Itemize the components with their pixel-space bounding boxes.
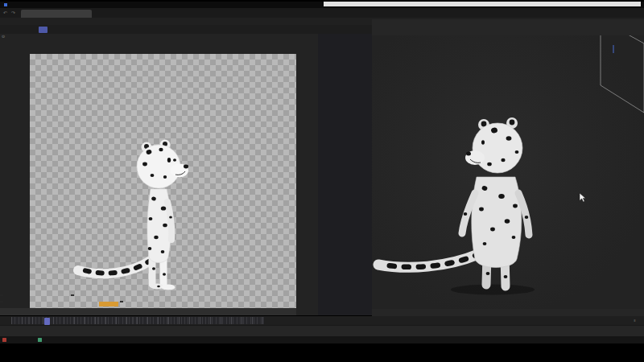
viewport-toolbar	[372, 19, 644, 29]
status-bar	[0, 336, 644, 343]
timeline-menu-icon[interactable]: ≡	[630, 317, 639, 324]
live-viewer-title-row: ⊙	[0, 34, 318, 39]
title-bar-light-strip	[324, 2, 641, 6]
frame-ruler[interactable]	[0, 325, 644, 337]
stat-vram	[0, 301, 3, 302]
document-tab[interactable]	[21, 10, 92, 18]
document-tab-bar: ↶ ↷	[0, 8, 644, 18]
search-icon[interactable]: ⊙	[2, 34, 5, 39]
octane-live-viewer: ⊙	[0, 34, 318, 315]
render-status-bar	[0, 308, 296, 315]
toolbar-badge	[39, 27, 47, 33]
vram-progress-bar	[99, 302, 118, 306]
power-slider[interactable]	[11, 317, 264, 324]
app-icon	[4, 3, 7, 6]
perspective-viewport-panel	[372, 19, 644, 316]
viewport-menu-bar	[372, 29, 644, 35]
stat-grey-textures	[0, 294, 3, 296]
status-error-chip	[2, 338, 6, 342]
playhead[interactable]	[44, 318, 50, 325]
viewport-scene	[372, 35, 644, 309]
octane-object-panel	[318, 34, 372, 315]
status-ok-chip	[38, 338, 42, 342]
viewport-3d-area[interactable]	[372, 35, 644, 309]
mouse-cursor	[580, 193, 585, 202]
forward-arrow-icon[interactable]: ↷	[11, 10, 15, 15]
stat-rgb-textures	[71, 294, 74, 296]
character-render	[30, 54, 296, 308]
render-view[interactable]	[30, 54, 296, 308]
back-arrow-icon[interactable]: ↶	[3, 10, 7, 15]
cinema4d-window: ↶ ↷ ⊙	[0, 0, 644, 362]
stat-scene-badge	[120, 301, 123, 302]
animation-toolbar: ≡	[0, 316, 644, 325]
